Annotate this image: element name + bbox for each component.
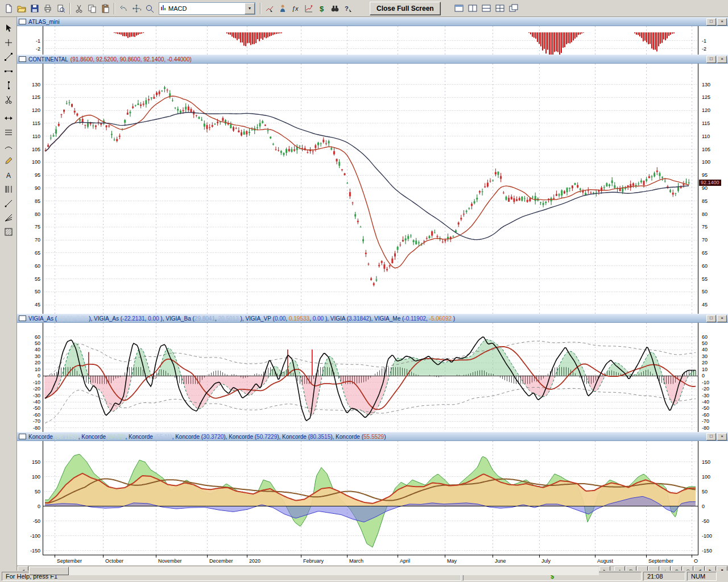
close-button[interactable]: ×: [717, 18, 727, 26]
undo-button[interactable]: [117, 2, 130, 15]
new-chart-button[interactable]: [2, 2, 15, 15]
expert-advisor-button[interactable]: [276, 2, 289, 15]
pointer-tool-button[interactable]: [2, 22, 15, 35]
pointer-chart-button[interactable]: [263, 2, 276, 15]
window-buttons: □ ×: [706, 18, 727, 26]
restore-button[interactable]: □: [706, 18, 716, 26]
zoom-button[interactable]: [143, 2, 156, 15]
axis-label: 85: [702, 198, 708, 204]
scrollbar-track[interactable]: [29, 567, 599, 575]
tile-horizontal-button[interactable]: [480, 2, 493, 15]
binoculars-icon: [330, 4, 340, 13]
axis-label: 100: [32, 474, 40, 480]
fib-retracement-icon: [4, 128, 13, 137]
scrollbar-thumb[interactable]: [29, 567, 69, 575]
date-label: February: [303, 558, 324, 564]
eraser-tool-button[interactable]: [2, 93, 15, 106]
paste-button[interactable]: [99, 2, 111, 15]
new-document-icon: [4, 4, 13, 13]
cut-button[interactable]: [73, 2, 85, 15]
vertical-line-tool-button[interactable]: [2, 78, 15, 92]
axis-label: 50: [702, 289, 708, 294]
close-button[interactable]: ×: [717, 56, 727, 63]
trendline-tool-button[interactable]: [2, 50, 15, 63]
fib-timezones-tool-button[interactable]: [2, 182, 15, 196]
crosshair-tool-button[interactable]: [2, 36, 15, 49]
print-button[interactable]: [42, 2, 54, 15]
axis-label: 60: [35, 263, 40, 269]
open-folder-icon: [17, 4, 26, 13]
restore-button[interactable]: □: [706, 56, 716, 63]
continental-chart-canvas[interactable]: [43, 64, 698, 314]
panel-vigia: VIGIA_As (-22.21, 0.00 ), VIGIA_As (-22.…: [17, 314, 728, 432]
fan-tool-button[interactable]: [2, 211, 15, 224]
tile-grid-button[interactable]: [494, 2, 506, 15]
context-help-button[interactable]: ?: [342, 2, 354, 15]
axis-label: 120: [32, 107, 40, 113]
trend-button[interactable]: [303, 2, 315, 15]
explorer-button[interactable]: [329, 2, 341, 15]
open-button[interactable]: [15, 2, 28, 15]
vigia-titlebar[interactable]: VIGIA_As (-22.21, 0.00 ), VIGIA_As (-22.…: [17, 314, 728, 323]
cascade-icon: [509, 4, 518, 13]
svg-text:$: $: [320, 5, 324, 13]
text-tool-button[interactable]: A: [2, 168, 15, 181]
axis-label: 130: [32, 82, 40, 88]
undo-arrow-icon: [119, 4, 128, 13]
koncorde-titlebar[interactable]: Koncorde (98.1153), Koncorde (64.20), Ko…: [17, 432, 728, 441]
date-tick: [55, 555, 55, 558]
ray-tool-button[interactable]: [2, 197, 15, 210]
continental-titlebar[interactable]: CONTINENTAL (91.8600, 92.5200, 90.8600, …: [17, 55, 728, 64]
arc-tool-button[interactable]: [2, 140, 15, 153]
vertical-line-icon: [4, 81, 13, 90]
new-window-icon: [454, 4, 464, 13]
atlas-chart-canvas[interactable]: [43, 26, 698, 55]
new-window-button[interactable]: [453, 2, 465, 15]
axis-label: 0: [38, 373, 40, 379]
indicator-quicklist-dropdown[interactable]: MACD ▼: [159, 2, 255, 15]
axis-label: 0: [702, 373, 705, 379]
dropdown-arrow-icon[interactable]: ▼: [245, 3, 255, 14]
restore-button[interactable]: □: [706, 315, 716, 322]
continental-right-axis: 92.1400 13012512011511010510095908580757…: [698, 64, 728, 314]
axis-label: 130: [702, 82, 710, 88]
axis-label: -100: [702, 533, 712, 539]
expansion-tool-button[interactable]: [2, 111, 15, 124]
horizontal-line-icon: [4, 66, 13, 76]
function-builder-button[interactable]: ƒx: [289, 2, 302, 15]
axis-label: -10: [702, 380, 709, 385]
pattern-tool-button[interactable]: [2, 225, 15, 238]
pan-button[interactable]: [130, 2, 143, 15]
print-preview-icon: [56, 4, 65, 13]
koncorde-chart-canvas[interactable]: [43, 441, 698, 555]
axis-label: 95: [702, 172, 708, 178]
toolbar-separator: [114, 3, 115, 14]
close-button[interactable]: ×: [717, 433, 727, 440]
chart-area: ATLAS_mini □ × -1-2 -1-2 CONTINENTAL: [17, 17, 728, 571]
close-button[interactable]: ×: [717, 315, 727, 322]
axis-label: 45: [35, 302, 40, 307]
window-icon: [19, 315, 26, 321]
date-label: September: [57, 558, 82, 564]
copy-button[interactable]: [86, 2, 98, 15]
panel-atlas-mini: ATLAS_mini □ × -1-2 -1-2: [17, 17, 728, 55]
horizontal-line-tool-button[interactable]: [2, 64, 15, 77]
print-preview-button[interactable]: [55, 2, 67, 15]
save-button[interactable]: [28, 2, 41, 15]
pencil-tool-button[interactable]: [2, 154, 15, 167]
vigia-chart-canvas[interactable]: [43, 323, 698, 432]
pointer-icon: [4, 24, 13, 33]
vigia-title: VIGIA_As (-22.21, 0.00 ), VIGIA_As (-22.…: [28, 315, 455, 322]
axis-label: 40: [702, 347, 708, 352]
atlas-titlebar[interactable]: ATLAS_mini □ ×: [17, 17, 728, 26]
date-tick: [347, 555, 348, 558]
fib-retracement-tool-button[interactable]: [2, 126, 15, 139]
vigia-left-axis: 6050403020100-10-20-30-40-50-60-70-80: [17, 323, 43, 432]
axis-label: 150: [32, 459, 40, 465]
quotes-button[interactable]: $: [316, 2, 328, 15]
cascade-button[interactable]: [507, 2, 520, 15]
restore-button[interactable]: □: [706, 433, 716, 440]
close-full-screen-button[interactable]: Close Full Screen: [370, 2, 441, 15]
tile-vertical-button[interactable]: [466, 2, 479, 15]
trendline-icon: [4, 52, 13, 61]
